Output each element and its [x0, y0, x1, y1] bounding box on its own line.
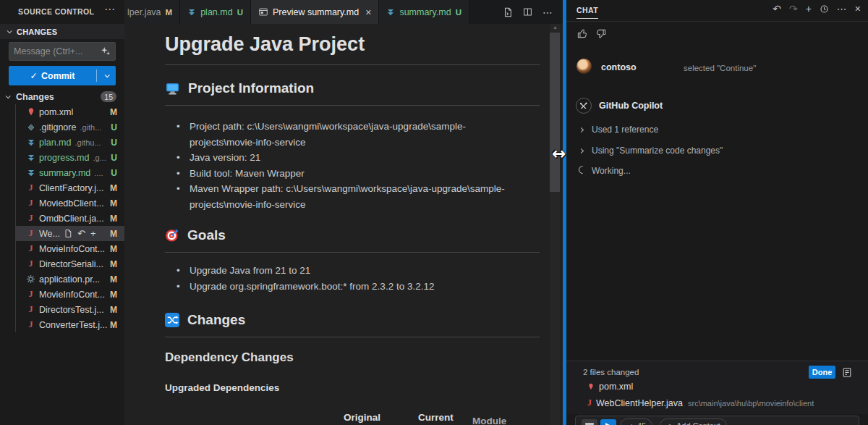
scroll-up-icon[interactable]: ▲ [553, 25, 558, 30]
goals-list: Upgrade Java from 21 to 21 Upgrade org.s… [174, 263, 529, 294]
status-badge: M [110, 259, 117, 269]
java-icon: J [25, 319, 36, 330]
open-changes-icon[interactable] [503, 7, 513, 17]
vscode-window: SOURCE CONTROL ⋯ CHANGES Message (Ctrl+.… [0, 0, 868, 425]
chevron-right-icon [579, 148, 584, 153]
table-header-current: Current [418, 412, 454, 423]
file-row[interactable]: summary.md .... U [0, 165, 124, 180]
history-icon[interactable] [820, 4, 829, 14]
file-row[interactable]: .gitignore .gith... U [0, 119, 124, 135]
chevron-down-icon [104, 72, 109, 77]
close-icon[interactable]: × [365, 7, 371, 18]
list-item: Upgrade Java from 21 to 21 [174, 263, 529, 279]
file-row[interactable]: plan.md .githu... U [0, 135, 124, 150]
redo-icon[interactable]: ↷ [789, 4, 798, 14]
commit-message-input[interactable]: Message (Ctrl+... [9, 42, 116, 61]
thumbs-up-icon[interactable] [577, 28, 588, 39]
tab-summary-md[interactable]: summary.md U [379, 0, 469, 24]
changes-section-header[interactable]: CHANGES [0, 24, 124, 39]
avatar [576, 59, 592, 74]
sparkle-icon[interactable] [101, 46, 111, 56]
file-name: OmdbClient.ja... [39, 214, 104, 224]
commit-button[interactable]: ✓Commit [9, 66, 116, 85]
tab-plan-md[interactable]: plan.md U [180, 0, 251, 24]
file-row[interactable]: pom.xml M [0, 104, 124, 119]
status-badge: U [111, 153, 117, 163]
file-row[interactable]: J MovieInfoCont... M [0, 287, 124, 302]
chevron-down-icon [6, 93, 11, 98]
file-row[interactable]: J MoviedbClient... M [0, 195, 124, 211]
list-item: Java version: 21 [174, 150, 529, 166]
table-header-module: Module [472, 416, 506, 425]
close-icon[interactable]: × [855, 4, 861, 14]
commit-dropdown-button[interactable] [97, 74, 116, 77]
file-row[interactable]: application.pr... M [0, 272, 124, 287]
new-chat-icon[interactable]: + [806, 4, 812, 14]
gear-icon [25, 274, 36, 284]
file-row[interactable]: J DirectorsTest.j... M [0, 302, 124, 317]
check-icon: ✓ [30, 71, 37, 81]
send-button[interactable] [600, 419, 616, 425]
file-row-selected[interactable]: J We... ↶ + M [0, 226, 124, 241]
java-icon: J [587, 397, 592, 408]
file-name: pom.xml [39, 107, 73, 117]
file-name: MovieInfoCont... [39, 244, 105, 254]
done-button[interactable]: Done [809, 366, 835, 379]
file-row[interactable]: J MovieInfoCont... M [0, 241, 124, 256]
tab-webclienthelper-java[interactable]: lper.java M [124, 0, 180, 24]
java-icon: J [25, 228, 36, 239]
more-actions-icon[interactable]: ⋯ [542, 7, 553, 18]
status-badge: M [110, 244, 117, 254]
markdown-preview-icon [258, 7, 268, 17]
add-context-label: Add Context [676, 421, 720, 425]
more-actions-icon[interactable]: ⋯ [104, 3, 115, 16]
status-badge: M [110, 198, 117, 209]
undo-icon[interactable]: ↶ [773, 4, 781, 14]
tab-preview-summary-md[interactable]: Preview summary.md × [251, 0, 379, 24]
divider [165, 64, 540, 65]
list-item: Upgrade org.springframework.boot:* from … [174, 279, 529, 295]
editor-actions: ⋯ [503, 0, 563, 24]
changed-file-row[interactable]: J WebClientHelper.java src\main\java\hu\… [587, 397, 814, 408]
add-context-button[interactable]: Add Context [660, 418, 727, 425]
markdown-preview-pane: Upgrade Java Project Project Information… [124, 24, 563, 425]
changed-file-row[interactable]: pom.xml [587, 382, 633, 392]
tools-button[interactable]: 45 [620, 418, 652, 425]
file-name: plan.md [39, 138, 71, 148]
chat-user-name: contoso [601, 62, 637, 72]
discard-changes-icon[interactable]: ↶ [77, 229, 85, 238]
chat-tab[interactable]: CHAT [576, 6, 598, 19]
file-row[interactable]: J OmdbClient.ja... M [0, 211, 124, 226]
used-references-expander[interactable]: Used 1 reference [579, 125, 658, 135]
file-name: .gitignore [39, 122, 76, 132]
untracked-badge: U [237, 8, 243, 17]
divider [165, 337, 540, 337]
files-changed-label: 2 files changed [583, 368, 639, 376]
stage-changes-icon[interactable]: + [90, 229, 96, 238]
thumbs-down-icon[interactable] [595, 28, 606, 39]
maven-icon [587, 382, 595, 391]
chevron-down-icon [7, 28, 12, 33]
mode-picker-button[interactable] [582, 419, 597, 425]
file-row[interactable]: J DirectorSeriali... M [0, 256, 124, 272]
editor-tab-bar: lper.java M plan.md U Preview summary.md… [124, 0, 563, 24]
file-name: progress.md [39, 153, 89, 163]
scrollbar-thumb[interactable] [550, 33, 560, 192]
file-decoration: .gith... [80, 123, 101, 132]
more-actions-icon[interactable]: ⋯ [837, 4, 847, 14]
working-label: Working... [592, 166, 631, 176]
tool-call-expander[interactable]: Using "Summarize code changes" [579, 146, 723, 156]
open-file-icon[interactable] [64, 229, 72, 238]
file-name: DirectorsTest.j... [39, 305, 104, 315]
view-edits-icon[interactable] [841, 366, 854, 379]
chat-input-box[interactable]: 45 Add Context [575, 416, 859, 425]
file-row[interactable]: progress.md .g... U [0, 150, 124, 165]
copilot-name: GitHub Copilot [599, 101, 663, 111]
file-name: DirectorSeriali... [39, 259, 103, 269]
split-editor-icon[interactable] [523, 7, 532, 17]
status-badge: M [110, 320, 117, 330]
file-row[interactable]: J ClientFactory.j... M [0, 180, 124, 195]
changes-tree-header[interactable]: Changes 15 [0, 89, 124, 104]
file-row[interactable]: J ConverterTest.j... M [0, 317, 124, 332]
markdown-icon [187, 8, 196, 17]
